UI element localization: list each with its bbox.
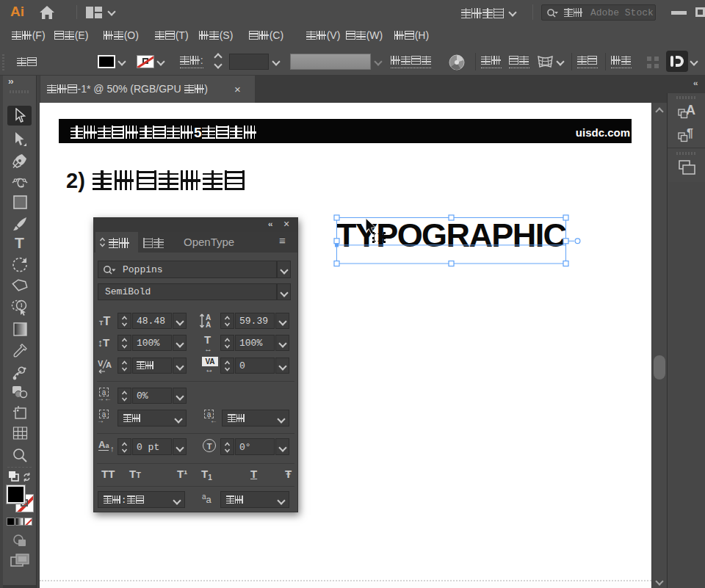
svg-text:V: V [98,359,104,368]
svg-text:A: A [106,360,112,369]
svg-text:A: A [206,321,211,329]
svg-text:¶: ¶ [687,127,693,139]
